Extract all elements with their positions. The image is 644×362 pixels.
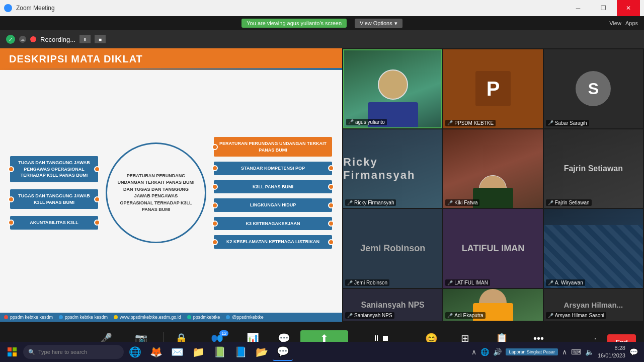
participant-cell-latiful[interactable]: LATIFUL IMAN 🎤 LATIFUL IMAN (443, 209, 542, 288)
slide-title: DESKRIPSI MATA DIKLAT (9, 53, 333, 65)
participant-cell-saniansyah[interactable]: Saniansyah NPS 🎤 Saniansyah NPS (343, 289, 442, 321)
slide-left-box-3: AKUNTABILITAS K3LL (10, 216, 98, 230)
taskbar: 🔍 Type here to search 🌐 🦊 ✉️ 📁 📗 📘 📂 💬 ∧… (0, 342, 644, 362)
participant-cell-sabar[interactable]: S 🎤 Sabar Saragih (544, 49, 643, 128)
slide-panel: DESKRIPSI MATA DIKLAT TUGAS DAN TANGGUNG… (0, 48, 342, 322)
taskbar-clock: 8:28 16/01/2023 (598, 344, 625, 360)
participant-cell-fajrin[interactable]: Fajrin Setiawan 🎤 Fajrin Setiawan (544, 129, 643, 208)
participant-name-latiful: 🎤 LATIFUL IMAN (445, 279, 490, 286)
title-bar: Zoom Meeting ─ ❐ ✕ (0, 0, 644, 16)
slide-content: DESKRIPSI MATA DIKLAT TUGAS DAN TANGGUNG… (0, 48, 342, 322)
recording-text: Recording... (40, 36, 75, 43)
taskbar-app-files[interactable]: 📂 (252, 343, 272, 361)
participant-name-agus: 🎤 agus yulianto (346, 119, 387, 125)
top-bar-right: View Apps (609, 20, 638, 26)
taskbar-app-chrome[interactable]: 🌐 (125, 343, 145, 361)
pause-icon: ⏸ (372, 334, 380, 343)
slide-accent (0, 68, 342, 70)
slide-right-box-2: K3LL PANAS BUMI (214, 180, 332, 194)
taskbar-app-excel[interactable]: 📗 (209, 343, 229, 361)
participants-grid: 🎤 agus yulianto P 🎤 PPSDM KEBTKE S 🎤 Sab… (342, 48, 644, 322)
slide-right-box-1: STANDAR KOMPETENSI POP (214, 162, 332, 175)
pause-stop-icons: ⏸ ⏹ (372, 334, 389, 343)
slide-right-boxes: PERATURAN PERUNDANG UNDANGAN TERKAIT PAN… (214, 137, 332, 249)
zoom-icon (4, 4, 12, 12)
view-options-button[interactable]: View Options ▾ (355, 19, 403, 28)
participant-cell-agus[interactable]: 🎤 agus yulianto (343, 49, 442, 128)
taskbar-app-mail[interactable]: ✉️ (167, 343, 187, 361)
close-button[interactable]: ✕ (617, 0, 640, 16)
taskbar-right: ∧ 🌐 🔊 Laporan Singkat Pasar ∧ ⌨ 🔈 8:28 1… (471, 344, 642, 360)
recording-stop-button[interactable]: ■ (95, 35, 106, 43)
recording-bar: ✓ ☁ Recording... ⏸ ■ (0, 30, 644, 48)
window-controls: ─ ❐ ✕ (567, 0, 640, 16)
stop-icon: ⏹ (381, 334, 389, 343)
slide-footer: ppsdm kebtke kesdm ppsdm kebtke kesdm ww… (0, 313, 342, 322)
participant-cell-kiki[interactable]: 🎤 Kiki Fatwa (443, 129, 542, 208)
taskbar-keyboard-icon[interactable]: ⌨ (571, 348, 581, 356)
participant-cell-ppsdm[interactable]: P 🎤 PPSDM KEBTKE (443, 49, 542, 128)
footer-dot-4 (187, 315, 191, 319)
svg-rect-1 (13, 347, 17, 351)
svg-rect-2 (8, 352, 12, 356)
taskbar-app-zoom[interactable]: 💬 (273, 343, 293, 361)
participant-name-kiki: 🎤 Kiki Fatwa (445, 199, 479, 206)
taskbar-search[interactable]: 🔍 Type here to search (23, 345, 124, 359)
participant-name-fajrin: 🎤 Fajrin Setiawan (546, 199, 592, 206)
footer-item-2: ppsdm kebtke kesdm (59, 315, 108, 320)
svg-rect-0 (8, 347, 12, 351)
taskbar-network-icon[interactable]: 🌐 (480, 348, 489, 356)
notification-icon[interactable]: 💬 (629, 348, 638, 356)
participant-cell-wiryawan[interactable]: 🎤 A. Wiryawan (544, 209, 643, 288)
avatar-sabar: S (576, 71, 611, 106)
participant-name-adi: 🎤 Adi Ekaputra (445, 312, 485, 319)
participant-cell-arsyan[interactable]: Arsyan Hilman... 🎤 Arsyan Hilman Sasoni (544, 289, 643, 321)
slide-right-box-5: K2 KESELAMATAN KETENAGA LISTRIKAN (214, 235, 332, 249)
taskbar-speaker-icon[interactable]: 🔈 (585, 348, 594, 356)
taskbar-volume-icon[interactable]: 🔊 (493, 348, 502, 356)
participant-cell-jemi[interactable]: Jemi Robinson 🎤 Jemi Robinson (343, 209, 442, 288)
participant-name-wiryawan: 🎤 A. Wiryawan (546, 279, 585, 286)
taskbar-app-firefox[interactable]: 🦊 (146, 343, 166, 361)
main-content: DESKRIPSI MATA DIKLAT TUGAS DAN TANGGUNG… (0, 48, 644, 322)
taskbar-app-folder[interactable]: 📁 (188, 343, 208, 361)
participant-cell-adi[interactable]: 🎤 Adi Ekaputra (443, 289, 542, 321)
participant-name-sabar: 🎤 Sabar Saragih (546, 120, 589, 126)
slide-left-boxes: TUGAS DAN TANGGUNG JAWAB PENGAWAS OPERAS… (10, 156, 98, 230)
participant-cell-ricky[interactable]: Ricky Firmansyah 🎤 Ricky Firmansyah (343, 129, 442, 208)
participant-name-jemi: 🎤 Jemi Robinson (345, 279, 389, 286)
slide-center-circle: PERATURAN PERUNDANG UNDANGAN TERKAIT PAN… (106, 142, 206, 243)
participant-name-arsyan: 🎤 Arsyan Hilman Sasoni (546, 312, 606, 319)
search-placeholder: Type here to search (38, 349, 87, 355)
taskbar-system-icons[interactable]: ∧ (471, 348, 476, 356)
participant-name-ppsdm: 🎤 PPSDM KEBTKE (445, 120, 496, 126)
apps-label: Apps (625, 20, 638, 26)
footer-item-5: @ppsdmkebtke (226, 315, 264, 320)
slide-header: DESKRIPSI MATA DIKLAT (0, 48, 342, 70)
recording-pause-button[interactable]: ⏸ (79, 35, 91, 43)
taskbar-chevron-icon: ∧ (562, 348, 567, 356)
slide-right-box-4: K3 KETENAGAKERJAAN (214, 217, 332, 231)
participant-name-saniansyah: 🎤 Saniansyah NPS (345, 312, 394, 319)
footer-dot-1 (4, 315, 8, 319)
start-button[interactable] (2, 343, 22, 361)
maximize-button[interactable]: ❐ (592, 0, 615, 16)
slide-right-box-3: LINGKUNGAN HIDUP (214, 198, 332, 212)
window-title: Zoom Meeting (16, 5, 562, 12)
view-button[interactable]: View (609, 20, 621, 26)
top-notification-bar: You are viewing agus yulianto's screen V… (0, 16, 644, 30)
report-label[interactable]: Laporan Singkat Pasar (506, 348, 558, 355)
taskbar-app-word[interactable]: 📘 (230, 343, 251, 361)
slide-body: TUGAS DAN TANGGUNG JAWAB PENGAWAS OPERAS… (0, 70, 342, 316)
participant-name-ricky: 🎤 Ricky Firmansyah (345, 199, 396, 206)
footer-dot-5 (226, 315, 230, 319)
search-icon: 🔍 (28, 349, 35, 355)
footer-item-4: ppsdmkebtke (187, 315, 220, 320)
footer-dot-3 (114, 315, 118, 319)
footer-item-3: www.ppsdmkebtke.esdm.go.id (114, 315, 181, 320)
slide-left-box-2: TUGAS DAN TANGGUNG JAWAB K3LL PANAS BUMI (10, 189, 98, 209)
slide-right-top-box: PERATURAN PERUNDANG UNDANGAN TERKAIT PAN… (214, 137, 332, 157)
minimize-button[interactable]: ─ (567, 0, 590, 16)
footer-dot-2 (59, 315, 63, 319)
footer-item-1: ppsdm kebtke kesdm (4, 315, 53, 320)
